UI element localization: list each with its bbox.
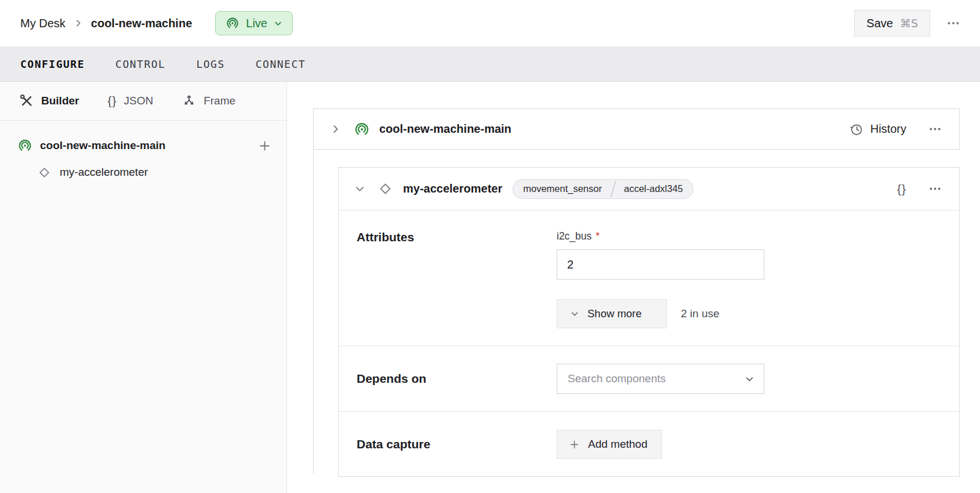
tree-component-name: my-accelerometer [60, 166, 148, 179]
attributes-section: Attributes i2c_bus * Show more 2 [339, 211, 959, 346]
view-frame-label: Frame [204, 95, 235, 107]
component-model-tag: accel-adxl345 [616, 183, 693, 194]
history-label: History [870, 122, 906, 136]
pill-divider [610, 180, 616, 198]
chevron-down-icon [354, 183, 365, 194]
component-collapse-button[interactable] [352, 181, 368, 197]
component-diamond-icon [378, 181, 393, 197]
ellipsis-icon [946, 16, 960, 30]
component-card: my-accelerometer movement_sensor accel-a… [338, 167, 960, 477]
config-content: cool-new-machine-main History [287, 82, 980, 493]
ellipsis-icon [928, 182, 942, 195]
machine-part-icon [354, 121, 370, 137]
depends-on-section: Depends on Search components [339, 346, 959, 411]
component-card-title: my-accelerometer [403, 182, 502, 195]
view-builder-label: Builder [41, 95, 79, 107]
view-builder[interactable]: Builder [19, 93, 79, 108]
tab-connect[interactable]: CONNECT [256, 55, 306, 74]
ellipsis-icon [928, 122, 942, 136]
depends-on-section-label: Depends on [357, 372, 557, 386]
component-menu-button[interactable] [926, 180, 944, 198]
tab-control[interactable]: CONTROL [115, 55, 165, 74]
part-menu-button[interactable] [926, 120, 944, 138]
save-shortcut: ⌘S [900, 17, 918, 30]
plus-icon [258, 139, 271, 153]
app-root: My Desk cool-new-machine Live Save ⌘S CO… [0, 0, 980, 493]
tree-part-name: cool-new-machine-main [40, 139, 165, 152]
tools-icon [19, 93, 34, 108]
data-capture-section: Data capture Add method [339, 411, 959, 476]
part-card: cool-new-machine-main History [313, 108, 960, 150]
chevron-down-icon [745, 374, 754, 384]
show-more-row: Show more 2 in use [557, 299, 764, 328]
save-button-label: Save [866, 17, 893, 30]
chevron-right-icon [330, 124, 341, 135]
machine-status-badge[interactable]: Live [215, 11, 293, 35]
part-card-title: cool-new-machine-main [379, 122, 511, 136]
part-card-actions: History [849, 120, 944, 138]
tree-item-main-part[interactable]: cool-new-machine-main [0, 132, 286, 159]
part-expand-button[interactable] [328, 121, 343, 137]
config-view-switcher: Builder {} JSON Frame [0, 82, 286, 121]
required-asterisk: * [596, 230, 600, 242]
show-more-label: Show more [587, 307, 642, 320]
machine-live-icon [226, 16, 239, 30]
attributes-section-label: Attributes [357, 230, 557, 328]
tab-configure[interactable]: CONFIGURE [20, 55, 85, 74]
tab-logs[interactable]: LOGS [196, 55, 224, 74]
breadcrumb: My Desk cool-new-machine [20, 17, 192, 30]
tree-connector-line [313, 150, 314, 474]
frame-axes-icon [182, 93, 197, 108]
i2c-bus-input[interactable] [557, 249, 764, 280]
live-badge-label: Live [246, 17, 267, 30]
view-json-label: JSON [124, 95, 153, 107]
tabbar: CONFIGURE CONTROL LOGS CONNECT [0, 46, 980, 82]
component-json-button[interactable]: {} [895, 180, 909, 198]
braces-icon: {} [897, 182, 906, 196]
topbar: My Desk cool-new-machine Live Save ⌘S [0, 0, 980, 46]
attributes-fields: i2c_bus * Show more 2 in use [557, 230, 764, 328]
sidebar: Builder {} JSON Frame [0, 82, 287, 493]
depends-on-select[interactable]: Search components [557, 364, 764, 394]
breadcrumb-parent[interactable]: My Desk [20, 17, 66, 30]
component-card-header: my-accelerometer movement_sensor accel-a… [339, 168, 959, 211]
depends-on-placeholder: Search components [568, 372, 666, 385]
component-card-actions: {} [895, 180, 944, 198]
component-type-tag: movement_sensor [513, 183, 610, 194]
view-frame[interactable]: Frame [182, 93, 235, 108]
topbar-menu-button[interactable] [944, 14, 963, 32]
chevron-down-icon [570, 309, 579, 318]
data-capture-section-label: Data capture [357, 437, 557, 451]
component-diamond-icon [37, 165, 52, 180]
component-type-pill: movement_sensor accel-adxl345 [513, 179, 694, 199]
view-json[interactable]: {} JSON [107, 94, 153, 108]
add-component-button[interactable] [256, 137, 274, 155]
save-button[interactable]: Save ⌘S [854, 10, 930, 37]
body: Builder {} JSON Frame [0, 82, 980, 493]
breadcrumb-chevron-icon [74, 19, 83, 28]
machine-part-icon [17, 138, 32, 153]
attributes-in-use-count: 2 in use [681, 307, 720, 320]
plus-icon [569, 439, 580, 450]
braces-icon: {} [107, 94, 117, 108]
add-method-label: Add method [588, 438, 647, 451]
tree-item-component[interactable]: my-accelerometer [0, 159, 286, 186]
history-button[interactable]: History [849, 122, 906, 137]
field-label-text: i2c_bus [557, 230, 591, 242]
show-more-button[interactable]: Show more [557, 299, 667, 328]
history-icon [849, 122, 864, 137]
breadcrumb-current: cool-new-machine [91, 17, 192, 30]
i2c-bus-field-label: i2c_bus * [557, 230, 764, 242]
add-method-button[interactable]: Add method [557, 430, 662, 459]
machine-tree: cool-new-machine-main my-accelerometer [0, 121, 286, 186]
chevron-down-icon [274, 19, 282, 28]
